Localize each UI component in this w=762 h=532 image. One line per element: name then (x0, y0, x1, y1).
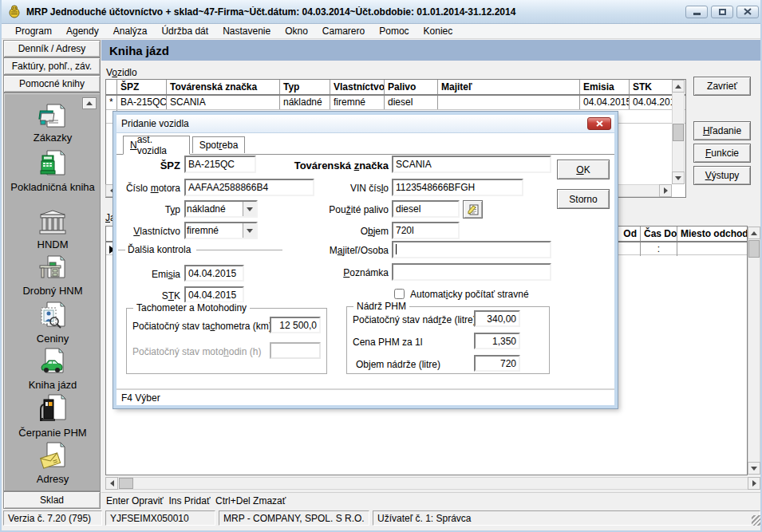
cell-znacka: SCANIA (167, 96, 280, 109)
spz-input[interactable] (184, 156, 256, 173)
storno-button[interactable]: Storno (557, 189, 610, 209)
jazdy-scroll-up-button[interactable] (748, 227, 760, 239)
dialog-close-button[interactable] (587, 117, 611, 130)
resize-grip[interactable] (752, 515, 762, 526)
cena-phm-input[interactable] (474, 333, 520, 349)
palivo-lookup-button[interactable] (463, 200, 483, 219)
scroll-down-icon (751, 467, 757, 471)
sidebar-item-ceniny[interactable]: Ceniny (4, 301, 101, 345)
emisia-label: Emisia (124, 269, 180, 280)
stravne-checkbox[interactable] (394, 289, 405, 299)
sidebar-item-zakazky[interactable]: Zákazky (4, 101, 101, 144)
palivo-input[interactable] (392, 200, 460, 218)
menu-analyza[interactable]: Analýza (106, 24, 155, 38)
menu-camarero[interactable]: Camarero (315, 24, 372, 38)
funkcie-button[interactable]: Funkcie (693, 144, 751, 163)
sidebar-item-pokladnicna-kniha[interactable]: Pokladničná kniha (4, 149, 101, 193)
vozidlo-vscrollbar[interactable] (672, 80, 685, 184)
scroll-down-icon (675, 176, 681, 180)
dalsia-kontrola-group-label: Ďalšia kontrola (128, 244, 191, 255)
vozidlo-row-marker: * (106, 96, 117, 109)
scroll-right-icon (664, 187, 668, 194)
menu-koniec[interactable]: Koniec (417, 24, 460, 38)
jazdy-vscrollbar[interactable] (748, 227, 760, 475)
typ-dropdown-button[interactable] (243, 202, 256, 216)
status-bar: Verzia č. 7.20 (795) YJFSEIMX050010 MRP … (2, 510, 762, 527)
ok-button[interactable]: OK (557, 160, 610, 179)
jazdy-hscrollbar[interactable] (105, 477, 760, 490)
vozidlo-col-spz: ŠPZ (117, 80, 167, 94)
vozidlo-scroll-right-button[interactable] (659, 184, 672, 197)
minimize-button[interactable] (685, 6, 708, 18)
sidebar-tab-dennik-adresy[interactable]: Denník / Adresy (3, 40, 101, 57)
jazdy-scroll-left-button[interactable] (105, 477, 118, 490)
emisia-input[interactable] (184, 265, 244, 282)
vozidlo-scroll-up-button[interactable] (672, 80, 685, 93)
menu-okno[interactable]: Okno (278, 24, 315, 38)
majitel-input[interactable] (392, 241, 551, 258)
jazdy-hscroll-thumb[interactable] (119, 478, 133, 489)
sidebar-item-cerpanie-phm[interactable]: Čerpanie PHM (4, 393, 101, 439)
vlastnictvo-dropdown-button[interactable] (243, 223, 256, 238)
menu-udrzba-dat[interactable]: Údržba dát (154, 24, 215, 38)
sidebar-item-drobny-hnm[interactable]: Drobný HNM (4, 254, 101, 297)
typ-value: nákladné (186, 203, 243, 215)
znacka-input[interactable] (392, 156, 551, 173)
sidebar-item-label: Zákazky (34, 132, 72, 144)
jazdy-cell-miesto (677, 242, 747, 256)
vozidlo-col-majitel: Majiteľ (438, 80, 580, 94)
dialog-title: Pridanie vozidla (121, 118, 189, 129)
sidebar-tab-faktury[interactable]: Faktúry, pohľ., záv. (3, 57, 101, 75)
scroll-up-icon (751, 231, 757, 235)
sidebar-icon-panel: Zákazky Pokladničná kniha HNDM (3, 93, 101, 491)
motohodiny-input[interactable] (270, 342, 321, 359)
hladanie-button[interactable]: Hľadanie (693, 121, 751, 140)
jazdy-scroll-down-button[interactable] (748, 462, 760, 475)
znacka-label: Továrenská značka (280, 160, 389, 171)
vin-input[interactable] (392, 179, 523, 196)
vlastnictvo-combobox[interactable]: firemné (184, 222, 258, 239)
menu-program[interactable]: Program (8, 24, 59, 38)
jazdy-scroll-right-button[interactable] (748, 477, 760, 490)
sidebar-tab-sklad[interactable]: Sklad (3, 491, 101, 509)
close-button[interactable] (736, 6, 759, 18)
vin-label: VIN číslo (312, 183, 389, 194)
restore-icon (719, 9, 726, 15)
typ-combobox[interactable]: nákladné (184, 200, 258, 218)
cislo-motora-input[interactable] (184, 179, 314, 196)
sidebar-tab-pomocne-knihy[interactable]: Pomocné knihy (3, 75, 101, 93)
objem-input[interactable] (392, 222, 460, 239)
sidebar-item-label: Pokladničná kniha (9, 181, 97, 193)
sidebar-item-label: Čerpanie PHM (18, 427, 86, 439)
stk-input[interactable] (184, 286, 244, 303)
tab-nast-vozidla[interactable]: Nast. vozidla (123, 136, 190, 155)
jazdy-vscroll-thumb[interactable] (748, 240, 760, 258)
tachometer-group-label: Tachometer a Motohodiny (133, 302, 250, 313)
poznamka-input[interactable] (392, 263, 551, 281)
objem-nadrze-input[interactable] (474, 355, 520, 372)
menu-pomoc[interactable]: Pomoc (372, 24, 416, 38)
restore-button[interactable] (711, 6, 733, 18)
jazdy-cell-cas-do: : (641, 242, 677, 256)
chevron-down-icon (247, 229, 253, 233)
vozidlo-vscroll-thumb[interactable] (673, 124, 684, 141)
cell-stk: 04.04.2015 (630, 96, 673, 109)
sidebar-item-kniha-jazd[interactable]: Kniha jázd (4, 347, 101, 391)
sidebar-item-adresy[interactable]: Adresy (4, 441, 101, 485)
menu-agendy[interactable]: Agendy (59, 24, 106, 38)
vozidlo-col-stk: STK (630, 80, 673, 94)
tachometer-input[interactable] (270, 317, 321, 333)
desk-icon (37, 254, 69, 283)
pridanie-vozidla-dialog: Pridanie vozidla Nast. vozidla Spotreba … (113, 112, 618, 408)
status-version: Verzia č. 7.20 (795) (3, 510, 102, 526)
stravne-label: Automaticky počítať stravné (410, 289, 529, 300)
stav-nadrze-input[interactable] (474, 310, 520, 327)
sidebar-item-hndm[interactable]: HNDM (4, 208, 101, 250)
menu-nastavenie[interactable]: Nastavenie (215, 24, 278, 38)
vozidlo-row[interactable]: * BA-215QC SCANIA nákladné firemné diese… (106, 96, 685, 110)
vozidlo-scroll-down-button[interactable] (672, 171, 685, 184)
zavriet-button[interactable]: Zavrieť (693, 77, 751, 96)
vystupy-button[interactable]: Výstupy (693, 166, 751, 185)
tab-spotreba[interactable]: Spotreba (192, 136, 245, 153)
jazdy-col-miesto: Miesto odchod (677, 227, 747, 241)
